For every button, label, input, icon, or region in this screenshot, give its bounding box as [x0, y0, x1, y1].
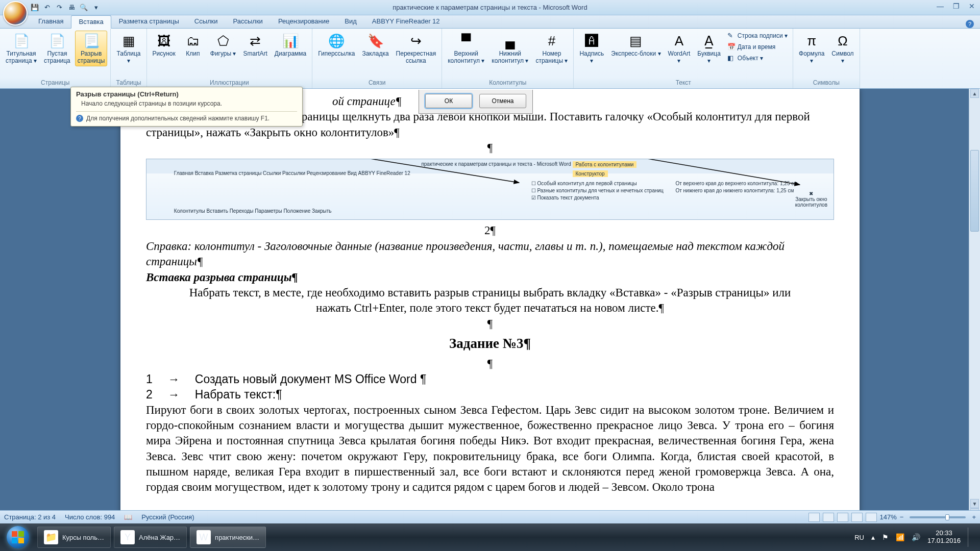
tray-network-icon[interactable]: 📶 — [896, 533, 904, 541]
tab-page-layout[interactable]: Разметка страницы — [111, 15, 187, 28]
title-page-icon: 📄 — [13, 32, 30, 49]
cancel-button[interactable]: Отмена — [479, 94, 526, 108]
browser-task-icon: Y — [120, 530, 135, 544]
crossref-button[interactable]: ↪Перекрестная ссылка — [394, 31, 439, 66]
view-print-layout-button[interactable] — [808, 513, 820, 522]
wordart-icon: A — [670, 32, 688, 49]
word-task[interactable]: Wпрактически… — [190, 527, 266, 548]
tray-lang[interactable]: RU — [854, 534, 864, 541]
smartart-button[interactable]: ⇄SmartArt — [241, 31, 270, 59]
tab-references[interactable]: Ссылки — [187, 15, 226, 28]
status-proofing-icon[interactable]: 📖 — [124, 513, 132, 521]
clip-button[interactable]: 🗂Клип — [180, 31, 206, 59]
zoom-in-button[interactable]: + — [972, 513, 976, 521]
tray-flag-icon[interactable]: ⚑ — [882, 533, 889, 541]
object-button[interactable]: ◧Объект ▾ — [725, 53, 790, 63]
zoom-level[interactable]: 147% — [880, 513, 897, 521]
clip-icon: 🗂 — [184, 32, 202, 49]
maximize-button[interactable]: ❐ — [951, 2, 962, 10]
print-preview-icon[interactable]: 🔍 — [80, 4, 88, 12]
status-page[interactable]: Страница: 2 из 4 — [4, 513, 56, 521]
qat-more-icon[interactable]: ▾ — [92, 4, 100, 12]
view-draft-button[interactable] — [866, 513, 877, 522]
vertical-scrollbar[interactable]: ▲ ▼ ▴ ◦ ▾ — [969, 89, 980, 536]
browser-task[interactable]: YАлёна Жар… — [114, 527, 187, 548]
blank-page-button[interactable]: 📄Пустая страница — [41, 31, 73, 66]
document-page[interactable]: ой странице¶ Вставить номер – по номеру … — [120, 89, 860, 536]
view-web-button[interactable] — [837, 513, 848, 522]
blank-page-icon: 📄 — [48, 32, 66, 49]
start-button[interactable] — [0, 523, 36, 551]
ok-button[interactable]: ОК — [425, 94, 472, 108]
date-time-button[interactable]: 📅Дата и время — [725, 42, 790, 52]
object-icon: ◧ — [727, 54, 736, 62]
quick-print-icon[interactable]: 🖶 — [67, 4, 76, 12]
status-language[interactable]: Русский (Россия) — [141, 513, 194, 521]
scroll-down-icon[interactable]: ▼ — [970, 499, 979, 508]
scroll-up-icon[interactable]: ▲ — [970, 89, 979, 98]
textbox-button[interactable]: 🅰Надпись ▾ — [577, 31, 606, 66]
tray-chevron-icon[interactable]: ▴ — [871, 533, 875, 541]
chart-button[interactable]: 📊Диаграмма — [272, 31, 309, 59]
redo-icon[interactable]: ↷ — [55, 4, 63, 12]
crossref-icon: ↪ — [407, 32, 425, 49]
shapes-button[interactable]: ⬠Фигуры ▾ — [208, 31, 239, 59]
page-number-button[interactable]: #Номер страницы ▾ — [533, 31, 570, 66]
hyperlink-button[interactable]: 🌐Гиперссылка — [315, 31, 357, 59]
quickparts-button[interactable]: ▤Экспресс-блоки ▾ — [608, 31, 663, 59]
bookmark-button[interactable]: 🔖Закладка — [359, 31, 391, 59]
statusbar: Страница: 2 из 4 Число слов: 994 📖 Русск… — [0, 510, 980, 523]
office-button[interactable] — [3, 1, 28, 26]
status-words[interactable]: Число слов: 994 — [65, 513, 115, 521]
tab-home[interactable]: Главная — [31, 15, 71, 28]
bookmark-icon: 🔖 — [367, 32, 384, 49]
page-break-button[interactable]: 📃Разрыв страницы — [75, 31, 108, 66]
picture-icon: 🖼 — [155, 32, 173, 49]
tray-volume-icon[interactable]: 🔊 — [912, 533, 920, 541]
tab-mailings[interactable]: Рассылки — [226, 15, 271, 28]
doc-para2: Набрать текст, в месте, где необходимо в… — [146, 285, 834, 316]
quickparts-icon: ▤ — [627, 32, 645, 49]
show-desktop-button[interactable] — [968, 528, 973, 547]
doc-heading-task: Задание №3¶ — [146, 335, 834, 353]
explorer-task-icon: 📁 — [44, 530, 58, 544]
pilcrow: ¶ — [146, 140, 834, 156]
window-controls: — ❐ ✕ — [935, 2, 977, 10]
tab-abbyy[interactable]: ABBYY FineReader 12 — [364, 15, 448, 28]
tab-view[interactable]: Вид — [337, 15, 364, 28]
date-time-icon: 📅 — [727, 43, 736, 51]
signature-line-icon: ✎ — [727, 32, 736, 40]
scroll-thumb[interactable] — [970, 150, 979, 232]
minimize-button[interactable]: — — [935, 2, 946, 10]
equation-button[interactable]: πФормула ▾ — [796, 31, 827, 66]
zoom-slider[interactable] — [910, 516, 966, 518]
view-fullscreen-button[interactable] — [823, 513, 834, 522]
signature-line-button[interactable]: ✎Строка подписи ▾ — [725, 31, 790, 41]
dropcap-button[interactable]: A̲Буквица ▾ — [695, 31, 723, 66]
view-outline-button[interactable] — [851, 513, 863, 522]
pilcrow2: ¶ — [146, 316, 834, 332]
table-button[interactable]: ▦Таблица ▾ — [114, 31, 143, 66]
save-icon[interactable]: 💾 — [31, 4, 39, 12]
dropcap-icon: A̲ — [700, 32, 718, 49]
header-button[interactable]: ▀Верхний колонтитул ▾ — [445, 31, 487, 66]
symbol-button[interactable]: ΩСимвол ▾ — [829, 31, 856, 66]
help-icon[interactable]: ? — [966, 20, 974, 28]
equation-icon: π — [803, 32, 820, 49]
wordart-button[interactable]: AWordArt ▾ — [666, 31, 693, 66]
close-button[interactable]: ✕ — [967, 2, 977, 10]
tab-insert[interactable]: Вставка — [71, 15, 111, 29]
footer-button[interactable]: ▄Нижний колонтитул ▾ — [489, 31, 531, 66]
page-number-icon: # — [543, 32, 560, 49]
explorer-task[interactable]: 📁Курсы поль… — [37, 527, 111, 548]
zoom-out-button[interactable]: − — [900, 513, 904, 521]
picture-button[interactable]: 🖼Рисунок — [150, 31, 178, 59]
tray-clock[interactable]: 20:3317.01.2016 — [927, 530, 961, 545]
title-page-button[interactable]: 📄Титульная страница ▾ — [3, 31, 39, 66]
doc-heading-insert: Вставка разрыва страницы¶ — [146, 270, 834, 285]
group-label: Связи — [312, 78, 442, 88]
chart-icon: 📊 — [282, 32, 299, 49]
undo-icon[interactable]: ↶ — [43, 4, 51, 12]
doc-caption: Справка: колонтитул - Заголовочные данны… — [146, 239, 834, 270]
tab-review[interactable]: Рецензирование — [271, 15, 337, 28]
